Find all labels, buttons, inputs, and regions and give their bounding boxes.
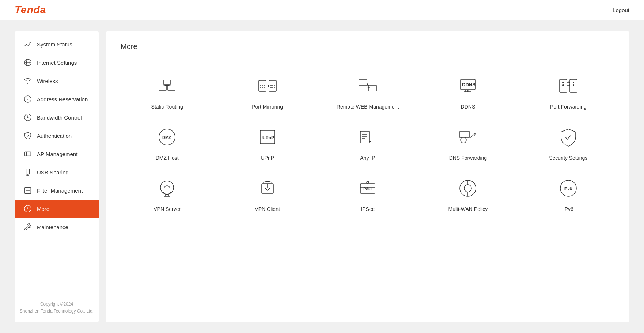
sidebar-item-usb-sharing[interactable]: USB Sharing: [15, 163, 99, 181]
logo: Tenda: [15, 4, 46, 16]
svg-rect-10: [26, 169, 29, 174]
svg-rect-21: [168, 86, 175, 90]
feature-ddns[interactable]: DDNS DDNS: [421, 73, 514, 110]
feature-port-mirroring[interactable]: Port Mirroring: [221, 73, 314, 110]
svg-text:IPv6: IPv6: [564, 186, 572, 191]
sidebar-item-maintenance[interactable]: Maintenance: [15, 218, 99, 236]
sidebar-item-ap-management[interactable]: AP Management: [15, 145, 99, 163]
ipv6-icon: IPv6: [556, 175, 581, 201]
feature-ipsec[interactable]: IPSec IPSec: [321, 175, 414, 212]
sidebar-item-filter-management[interactable]: Filter Management: [15, 181, 99, 200]
feature-remote-web-management[interactable]: Remote WEB Management: [321, 73, 414, 110]
any-ip-icon: [355, 124, 380, 150]
page-layout: System Status Internet Settings Wireless…: [0, 20, 644, 333]
ddns-icon: DDNS: [455, 73, 481, 99]
feature-vpn-client[interactable]: VPN Client: [221, 175, 314, 212]
vpn-server-icon: [154, 175, 180, 201]
feature-multi-wan-policy[interactable]: Multi-WAN Policy: [421, 175, 514, 212]
sidebar-footer: Copyright ©2024 Shenzhen Tenda Technolog…: [15, 295, 99, 318]
dns-forwarding-label: DNS Forwarding: [449, 155, 487, 161]
vpn-server-label: VPN Server: [154, 206, 181, 212]
svg-rect-65: [460, 131, 469, 138]
remote-web-management-label: Remote WEB Management: [337, 104, 399, 110]
svg-rect-35: [359, 79, 367, 85]
filter-icon: [24, 186, 32, 194]
svg-point-81: [464, 185, 471, 192]
sidebar-item-more[interactable]: More: [15, 200, 99, 218]
ipsec-label: IPSec: [361, 206, 374, 212]
feature-upnp[interactable]: UPnP UPnP: [221, 124, 314, 161]
shield-check-icon: [24, 132, 32, 140]
feature-static-routing[interactable]: Static Routing: [121, 73, 213, 110]
usb-icon: [24, 168, 32, 176]
svg-rect-20: [159, 86, 166, 90]
svg-text:UPnP: UPnP: [262, 135, 274, 140]
any-ip-label: Any IP: [360, 155, 375, 161]
feature-ipv6[interactable]: IPv6 IPv6: [522, 175, 615, 212]
dns-forwarding-icon: [455, 124, 481, 150]
port-forwarding-icon: [556, 73, 581, 99]
static-routing-icon: [154, 73, 180, 99]
more-icon: [24, 205, 32, 213]
svg-point-78: [367, 181, 369, 183]
page-title: More: [121, 42, 615, 51]
sidebar: System Status Internet Settings Wireless…: [15, 31, 99, 322]
svg-point-51: [562, 84, 564, 86]
security-settings-label: Security Settings: [549, 155, 587, 161]
upnp-label: UPnP: [261, 155, 274, 161]
static-routing-label: Static Routing: [151, 104, 183, 110]
vpn-client-label: VPN Client: [255, 206, 280, 212]
logout-button[interactable]: Logout: [613, 7, 629, 13]
feature-vpn-server[interactable]: VPN Server: [121, 175, 213, 212]
divider: [121, 58, 615, 58]
bandwidth-icon: [24, 113, 32, 121]
svg-line-67: [470, 133, 475, 138]
svg-point-43: [467, 90, 469, 92]
svg-rect-36: [368, 85, 376, 91]
svg-point-53: [573, 84, 574, 86]
dmz-host-label: DMZ Host: [156, 155, 179, 161]
vpn-client-icon: [255, 175, 280, 201]
svg-point-3: [27, 83, 28, 84]
svg-text:DMZ: DMZ: [162, 135, 171, 140]
dmz-host-icon: DMZ: [154, 124, 180, 150]
svg-point-7: [27, 117, 29, 118]
svg-point-50: [562, 82, 564, 83]
svg-rect-22: [163, 80, 171, 84]
maintenance-icon: [24, 223, 32, 231]
feature-dmz-host[interactable]: DMZ DMZ Host: [121, 124, 213, 161]
port-mirroring-icon: [255, 73, 280, 99]
svg-text:IP: IP: [26, 98, 29, 101]
feature-port-forwarding[interactable]: Port Forwarding: [522, 73, 615, 110]
sidebar-item-system-status[interactable]: System Status: [15, 35, 99, 53]
remote-web-management-icon: [355, 73, 380, 99]
svg-rect-8: [25, 152, 31, 156]
svg-text:DDNS: DDNS: [462, 82, 476, 87]
sidebar-item-address-reservation[interactable]: IP Address Reservation: [15, 90, 99, 108]
header: Tenda Logout: [0, 0, 644, 20]
feature-dns-forwarding[interactable]: DNS Forwarding: [421, 124, 514, 161]
svg-line-24: [163, 85, 167, 86]
port-mirroring-label: Port Mirroring: [252, 104, 283, 110]
ap-icon: [24, 150, 32, 158]
svg-rect-60: [360, 131, 369, 143]
feature-any-ip[interactable]: Any IP: [321, 124, 414, 161]
main-content: More Static Routing: [106, 31, 629, 322]
svg-point-52: [573, 82, 574, 83]
globe-icon: [24, 58, 32, 67]
svg-rect-26: [259, 80, 266, 91]
sidebar-item-wireless[interactable]: Wireless: [15, 72, 99, 90]
ddns-label: DDNS: [461, 104, 476, 110]
ip-icon: IP: [24, 95, 32, 103]
upnp-icon: UPnP: [255, 124, 280, 150]
ipv6-label: IPv6: [563, 206, 573, 212]
sidebar-item-internet-settings[interactable]: Internet Settings: [15, 53, 99, 72]
svg-line-25: [167, 85, 171, 86]
ipsec-icon: IPSec: [355, 175, 380, 201]
chart-icon: [24, 40, 32, 48]
sidebar-item-authentication[interactable]: Authentication: [15, 126, 99, 145]
security-settings-icon: [556, 124, 581, 150]
feature-security-settings[interactable]: Security Settings: [522, 124, 615, 161]
port-forwarding-label: Port Forwarding: [550, 104, 587, 110]
sidebar-item-bandwidth-control[interactable]: Bandwidth Control: [15, 108, 99, 126]
